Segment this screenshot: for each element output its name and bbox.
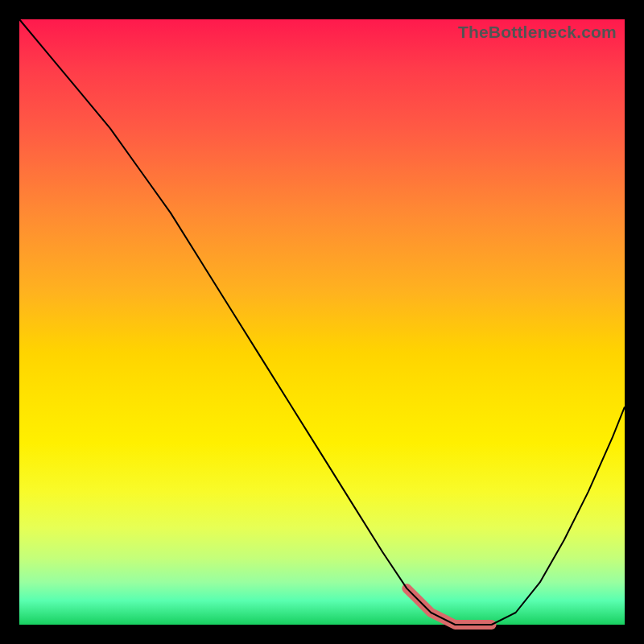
chart-svg	[19, 19, 625, 625]
bottleneck-curve-line	[19, 19, 625, 625]
plot-area: TheBottleneck.com	[19, 19, 625, 625]
chart-frame: TheBottleneck.com	[0, 0, 644, 644]
bottleneck-highlight	[407, 588, 491, 625]
